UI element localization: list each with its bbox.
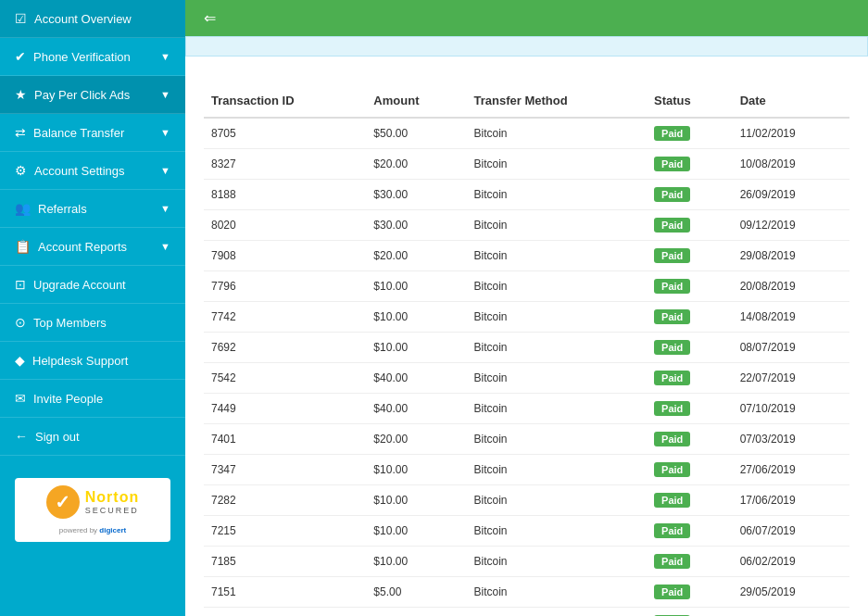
sidebar-item-account-settings[interactable]: ⚙ Account Settings ▼	[0, 152, 185, 190]
amount: $10.00	[366, 271, 466, 302]
sidebar-label-account-reports: Account Reports	[38, 240, 127, 254]
table-row: 7449$40.00BitcoinPaid07/10/2019	[204, 394, 849, 424]
txn-id: 7215	[204, 516, 366, 547]
sidebar-item-account-reports[interactable]: 📋 Account Reports ▼	[0, 228, 185, 266]
sidebar-label-invite-people: Invite People	[33, 392, 103, 406]
referrals-icon: 👥	[15, 201, 31, 216]
invite-people-icon: ✉	[15, 391, 26, 406]
sidebar-item-top-members[interactable]: ⊙ Top Members	[0, 304, 185, 342]
sign-out-icon: ←	[15, 429, 28, 444]
sidebar-item-pay-per-click-ads[interactable]: ★ Pay Per Click Ads ▼	[0, 76, 185, 114]
page-header: ⇐	[185, 0, 868, 36]
table-row: 7401$20.00BitcoinPaid07/03/2019	[204, 424, 849, 455]
sidebar-item-helpdesk-support[interactable]: ◆ Helpdesk Support	[0, 342, 185, 380]
col-header-date: Date	[733, 84, 849, 118]
table-row: 7692$10.00BitcoinPaid08/07/2019	[204, 333, 849, 363]
sidebar-label-upgrade-account: Upgrade Account	[33, 278, 126, 292]
sidebar-label-account-settings: Account Settings	[34, 164, 125, 178]
txn-id: 8327	[204, 149, 366, 180]
table-row: 8188$30.00BitcoinPaid26/09/2019	[204, 180, 849, 210]
col-header-amount: Amount	[366, 84, 466, 118]
amount: $10.00	[366, 516, 466, 547]
amount: $5.00	[366, 608, 466, 617]
account-overview-icon: ☑	[15, 11, 27, 26]
status-badge: Paid	[654, 523, 690, 538]
date: 07/03/2019	[733, 424, 849, 455]
sidebar-item-account-overview[interactable]: ☑ Account Overview	[0, 0, 185, 38]
col-header-transfer-method: Transfer Method	[467, 84, 648, 118]
amount: $10.00	[366, 333, 466, 363]
pay-per-click-ads-icon: ★	[15, 87, 27, 102]
txn-id: 7185	[204, 547, 366, 577]
txn-id: 7542	[204, 363, 366, 394]
status-cell: Paid	[647, 455, 733, 485]
status-badge: Paid	[654, 432, 690, 446]
sidebar-label-top-members: Top Members	[33, 316, 107, 330]
sidebar-item-sign-out[interactable]: ← Sign out	[0, 418, 185, 456]
chevron-icon: ▼	[160, 127, 170, 138]
status-cell: Paid	[647, 333, 733, 363]
chevron-icon: ▼	[160, 89, 170, 100]
table-row: 8020$30.00BitcoinPaid09/12/2019	[204, 210, 849, 241]
transfer-method: Bitcoin	[467, 424, 648, 455]
chevron-icon: ▼	[160, 51, 170, 62]
norton-label: Norton	[85, 489, 139, 506]
date: 22/07/2019	[733, 363, 849, 394]
table-row: 8705$50.00BitcoinPaid11/02/2019	[204, 118, 849, 149]
txn-id: 8188	[204, 180, 366, 210]
table-row: 7150$5.00BitcoinPaid29/05/2019	[204, 608, 849, 617]
status-cell: Paid	[647, 394, 733, 424]
sidebar-item-upgrade-account[interactable]: ⊡ Upgrade Account	[0, 266, 185, 304]
txn-id: 7151	[204, 577, 366, 608]
amount: $5.00	[366, 577, 466, 608]
helpdesk-support-icon: ◆	[15, 353, 25, 368]
txn-id: 7150	[204, 608, 366, 617]
txn-id: 7692	[204, 333, 366, 363]
sidebar-item-balance-transfer[interactable]: ⇄ Balance Transfer ▼	[0, 114, 185, 152]
amount: $20.00	[366, 424, 466, 455]
table-row: 7151$5.00BitcoinPaid29/05/2019	[204, 577, 849, 608]
status-cell: Paid	[647, 180, 733, 210]
balance-transfer-icon: ⇄	[15, 125, 26, 140]
amount: $30.00	[366, 180, 466, 210]
content-area: Transaction IDAmountTransfer MethodStatu…	[185, 57, 868, 616]
transfer-method: Bitcoin	[467, 241, 648, 271]
sidebar-label-balance-transfer: Balance Transfer	[33, 126, 124, 140]
status-cell: Paid	[647, 118, 733, 149]
date: 08/07/2019	[733, 333, 849, 363]
txn-id: 8705	[204, 118, 366, 149]
sidebar: ☑ Account Overview ✔ Phone Verification …	[0, 0, 185, 616]
status-cell: Paid	[647, 547, 733, 577]
txn-id: 7742	[204, 302, 366, 333]
transfer-method: Bitcoin	[467, 547, 648, 577]
txn-id: 7401	[204, 424, 366, 455]
date: 06/07/2019	[733, 516, 849, 547]
norton-checkmark: ✓	[46, 485, 80, 519]
payout-history-icon: ⇐	[204, 9, 216, 27]
date: 29/05/2019	[733, 608, 849, 617]
amount: $10.00	[366, 302, 466, 333]
transfer-method: Bitcoin	[467, 333, 648, 363]
transfer-method: Bitcoin	[467, 577, 648, 608]
status-cell: Paid	[647, 210, 733, 241]
norton-section: ✓ Norton SECURED powered by digicert	[0, 463, 185, 557]
status-cell: Paid	[647, 516, 733, 547]
info-bar	[185, 36, 868, 57]
transfer-method: Bitcoin	[467, 516, 648, 547]
status-cell: Paid	[647, 577, 733, 608]
table-row: 7796$10.00BitcoinPaid20/08/2019	[204, 271, 849, 302]
norton-secured: SECURED	[85, 506, 139, 515]
digicert-label: digicert	[99, 526, 126, 534]
account-settings-icon: ⚙	[15, 163, 27, 178]
sidebar-item-phone-verification[interactable]: ✔ Phone Verification ▼	[0, 38, 185, 76]
sidebar-item-referrals[interactable]: 👥 Referrals ▼	[0, 190, 185, 228]
sidebar-item-invite-people[interactable]: ✉ Invite People	[0, 380, 185, 418]
date: 17/06/2019	[733, 485, 849, 516]
status-badge: Paid	[654, 157, 690, 171]
amount: $20.00	[366, 149, 466, 180]
col-header-status: Status	[647, 84, 733, 118]
txn-id: 7796	[204, 271, 366, 302]
chevron-icon: ▼	[160, 203, 170, 214]
transfer-method: Bitcoin	[467, 394, 648, 424]
date: 07/10/2019	[733, 394, 849, 424]
